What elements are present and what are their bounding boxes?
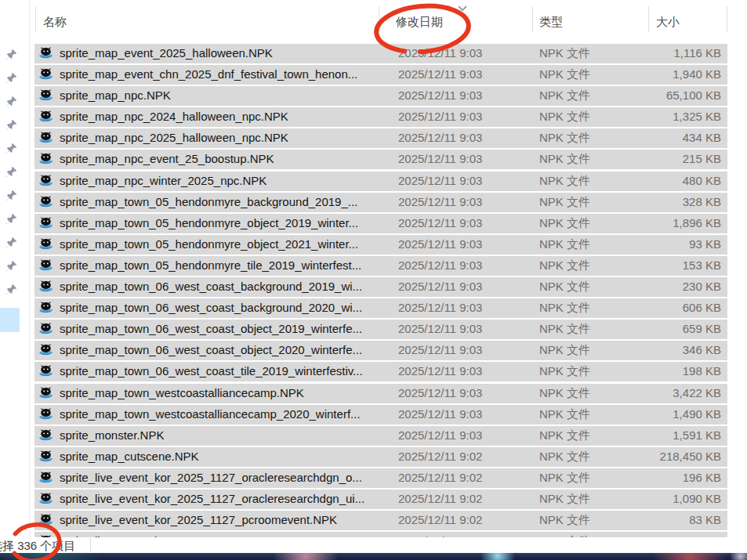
file-name: sprite_monster.NPK bbox=[60, 428, 164, 442]
column-header-name[interactable]: 名称 bbox=[43, 15, 67, 30]
file-date-modified: 2025/12/11 9:03 bbox=[398, 67, 482, 81]
file-type: NPK 文件 bbox=[539, 471, 590, 486]
table-row[interactable]: sprite_map_npc_2024_halloween_npc.NPK 20… bbox=[34, 107, 727, 127]
pushpin-icon[interactable] bbox=[5, 190, 17, 201]
npk-file-icon bbox=[39, 429, 53, 442]
file-type: NPK 文件 bbox=[539, 258, 590, 273]
file-size: 328 KB bbox=[683, 195, 721, 208]
file-size: 1,116 KB bbox=[673, 46, 721, 60]
npk-file-icon bbox=[39, 47, 53, 60]
table-row[interactable]: sprite_map_npc.NPK 2025/12/11 9:03 NPK 文… bbox=[34, 86, 727, 106]
npk-file-icon bbox=[39, 259, 53, 272]
file-name: sprite_map_town_06_west_coast_background… bbox=[60, 301, 362, 314]
file-type: NPK 文件 bbox=[539, 450, 590, 464]
file-type: NPK 文件 bbox=[539, 386, 590, 401]
file-date-modified: 2025/12/11 9:03 bbox=[398, 46, 482, 60]
table-row[interactable]: sprite_map_town_06_west_coast_object_202… bbox=[34, 341, 727, 360]
column-divider[interactable] bbox=[532, 6, 533, 32]
npk-file-icon bbox=[39, 323, 53, 335]
file-type: NPK 文件 bbox=[539, 216, 590, 231]
file-name: sprite_map_town_westcoastalliancecamp.NP… bbox=[60, 386, 304, 399]
file-type: NPK 文件 bbox=[539, 407, 590, 422]
column-header-type[interactable]: 类型 bbox=[539, 15, 563, 30]
npk-file-icon bbox=[39, 387, 53, 399]
table-row[interactable]: sprite_map_npc_winter_2025_npc.NPK 2025/… bbox=[34, 172, 727, 191]
pushpin-icon[interactable] bbox=[5, 143, 17, 154]
file-name: sprite_map_town_05_hendonmyre_tile_2019_… bbox=[60, 258, 361, 272]
pushpin-icon[interactable] bbox=[5, 237, 17, 248]
file-size: 3,422 KB bbox=[673, 386, 721, 399]
column-divider[interactable] bbox=[35, 6, 36, 32]
file-type: NPK 文件 bbox=[539, 110, 590, 125]
table-row[interactable]: sprite_map_cutscene.NPK 2025/12/11 9:02 … bbox=[34, 447, 727, 467]
status-bar-divider bbox=[90, 538, 91, 551]
file-type: NPK 文件 bbox=[539, 152, 590, 167]
file-date-modified: 2025/12/11 9:03 bbox=[398, 110, 482, 123]
table-row[interactable]: sprite_map_town_06_west_coast_tile_2019_… bbox=[34, 362, 727, 381]
npk-file-icon bbox=[39, 175, 53, 187]
sort-descending-chevron-icon[interactable] bbox=[457, 5, 468, 12]
table-row[interactable]: sprite_live_event_kor_2025_1127_oraclere… bbox=[34, 468, 727, 488]
pushpin-icon[interactable] bbox=[5, 72, 17, 84]
table-row[interactable]: sprite_map_town_06_west_coast_object_201… bbox=[34, 320, 727, 339]
file-name: sprite_map_cutscene.NPK bbox=[60, 450, 199, 463]
pushpin-icon[interactable] bbox=[5, 49, 17, 60]
file-date-modified: 2025/12/11 9:02 bbox=[398, 513, 482, 526]
table-row[interactable]: sprite_live_event_kor_2025_1127_pcroomev… bbox=[34, 511, 727, 530]
table-row[interactable]: sprite_map_town_05_hendonmyre_tile_2019_… bbox=[34, 256, 727, 276]
column-header-size[interactable]: 大小 bbox=[656, 15, 680, 30]
file-type: NPK 文件 bbox=[539, 67, 590, 82]
column-divider[interactable] bbox=[727, 6, 727, 32]
pushpin-icon[interactable] bbox=[5, 96, 17, 107]
file-name: sprite_map_npc_winter_2025_npc.NPK bbox=[60, 174, 267, 187]
table-row[interactable]: sprite_map_town_westcoastalliancecamp_20… bbox=[34, 405, 727, 425]
file-size: 83 KB bbox=[689, 513, 721, 526]
file-type: NPK 文件 bbox=[539, 322, 590, 337]
file-type: NPK 文件 bbox=[539, 46, 590, 61]
column-divider[interactable] bbox=[379, 6, 379, 32]
table-row[interactable]: sprite_map_town_westcoastalliancecamp.NP… bbox=[34, 384, 727, 403]
file-date-modified: 2025/12/11 9:03 bbox=[398, 428, 482, 442]
table-row[interactable]: sprite_live_event_kor_2025_1127_oraclere… bbox=[34, 490, 727, 509]
file-type: NPK 文件 bbox=[539, 364, 590, 379]
table-row[interactable]: sprite_map_event_2025_halloween.NPK 2025… bbox=[34, 44, 727, 63]
column-header-date-modified[interactable]: 修改日期 bbox=[396, 15, 443, 30]
table-row[interactable]: sprite_map_town_06_west_coast_background… bbox=[34, 277, 727, 297]
file-name: sprite_live_event_kor_2025_1127_pcroomev… bbox=[60, 513, 337, 526]
table-row[interactable]: sprite_map_town_05_hendonmyre_object_201… bbox=[34, 214, 727, 233]
file-date-modified: 2025/12/11 9:03 bbox=[398, 131, 482, 144]
file-name: sprite_map_town_05_hendonmyre_object_201… bbox=[60, 216, 358, 229]
nav-selected-item-highlight[interactable] bbox=[0, 308, 20, 332]
npk-file-icon bbox=[39, 132, 53, 144]
pushpin-icon[interactable] bbox=[5, 166, 17, 178]
file-size: 65,100 KB bbox=[666, 89, 721, 102]
file-type: NPK 文件 bbox=[539, 301, 590, 316]
file-size: 659 KB bbox=[683, 322, 721, 335]
selection-count-text: 选择 336 个项目 bbox=[0, 539, 75, 554]
npk-file-icon bbox=[39, 471, 53, 484]
pushpin-icon[interactable] bbox=[5, 284, 17, 295]
column-divider[interactable] bbox=[648, 6, 649, 32]
file-size: 230 KB bbox=[683, 280, 721, 293]
npk-file-icon bbox=[39, 302, 53, 314]
table-row[interactable]: sprite_map_event_chn_2025_dnf_festival_t… bbox=[34, 65, 727, 85]
file-type: NPK 文件 bbox=[539, 343, 590, 358]
table-row[interactable]: sprite_map_town_05_hendonmyre_object_202… bbox=[34, 235, 727, 255]
table-row[interactable]: sprite_map_npc_2025_halloween_npc.NPK 20… bbox=[34, 128, 727, 148]
pushpin-icon[interactable] bbox=[5, 260, 17, 272]
file-type: NPK 文件 bbox=[539, 131, 590, 146]
file-type: NPK 文件 bbox=[539, 492, 590, 507]
file-size: 480 KB bbox=[683, 174, 721, 187]
pushpin-icon[interactable] bbox=[5, 213, 17, 225]
file-size: 1,325 KB bbox=[673, 110, 721, 123]
file-date-modified: 2025/12/11 9:03 bbox=[398, 89, 482, 102]
file-name: sprite_map_npc.NPK bbox=[60, 89, 171, 102]
file-size: 198 KB bbox=[683, 364, 721, 378]
navigation-pane-edge bbox=[0, 0, 30, 553]
table-row[interactable]: sprite_map_town_06_west_coast_background… bbox=[34, 298, 727, 318]
pushpin-icon[interactable] bbox=[5, 119, 17, 131]
table-row[interactable]: sprite_map_npc_event_25_boostup.NPK 2025… bbox=[34, 150, 727, 169]
table-row[interactable]: sprite_map_town_05_hendonmyre_background… bbox=[34, 193, 727, 212]
file-name: sprite_map_town_05_hendonmyre_object_202… bbox=[60, 237, 358, 251]
table-row[interactable]: sprite_monster.NPK 2025/12/11 9:03 NPK 文… bbox=[34, 426, 727, 446]
